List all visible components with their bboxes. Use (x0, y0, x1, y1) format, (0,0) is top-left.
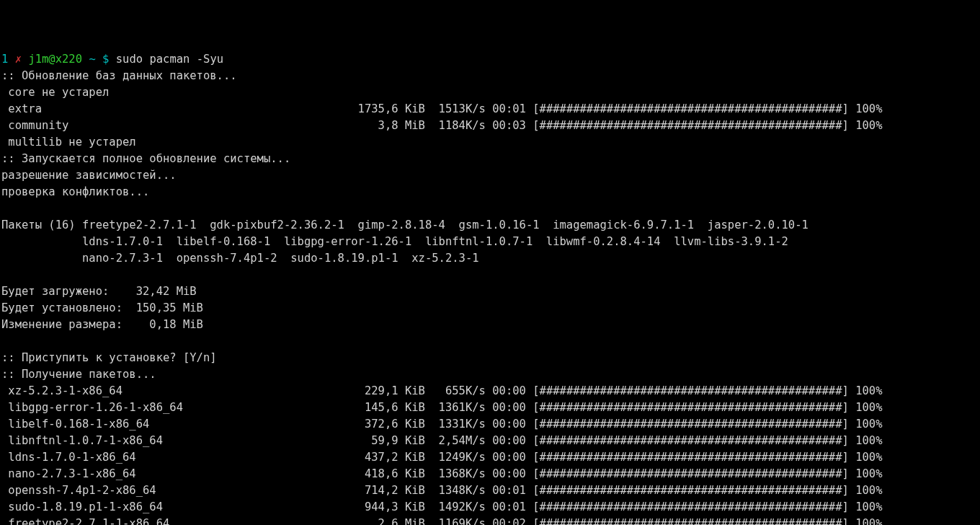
output-line: проверка конфликтов... (1, 185, 149, 198)
pkg-name: nano-2.7.3-1-x86_64 (1, 467, 358, 480)
blank-line (1, 202, 8, 215)
pkg-name: xz-5.2.3-1-x86_64 (1, 384, 358, 397)
size-line: Изменение размера: 0,18 MiB (1, 318, 203, 331)
repo-stats: 1735,6 KiB 1513K/s 00:01 [##############… (358, 102, 883, 115)
pkg-stats: 418,6 KiB 1368K/s 00:00 [###############… (358, 467, 883, 480)
repo-stats: 3,8 MiB 1184K/s 00:03 [#################… (358, 119, 883, 132)
pkg-stats: 59,9 KiB 2,54M/s 00:00 [################… (358, 434, 883, 447)
cwd: ~ (89, 53, 95, 66)
download-line: libelf-0.168-1-x86_64 372,6 KiB 1331K/s … (1, 418, 882, 431)
pkg-stats: 145,6 KiB 1361K/s 00:00 [###############… (358, 401, 883, 414)
terminal-window[interactable]: 1 ✗ j1m@x220 ~ $ sudo pacman -Syu :: Обн… (0, 33, 980, 525)
output-line: core не устарел (1, 86, 109, 99)
blank-line (1, 335, 8, 348)
download-line: libnftnl-1.0.7-1-x86_64 59,9 KiB 2,54M/s… (1, 434, 882, 447)
blank-line (1, 268, 8, 281)
pkg-stats: 714,2 KiB 1348K/s 00:01 [###############… (358, 484, 883, 497)
download-line: xz-5.2.3-1-x86_64 229,1 KiB 655K/s 00:00… (1, 384, 882, 397)
pkg-stats: 2,6 MiB 1169K/s 00:02 [#################… (358, 517, 883, 525)
pkg-name: freetype2-2.7.1-1-x86_64 (1, 517, 358, 525)
repo-name: community (1, 119, 358, 132)
pkg-name: openssh-7.4p1-2-x86_64 (1, 484, 358, 497)
size-line: Будет загружено: 32,42 MiB (1, 285, 197, 298)
repo-name: extra (1, 102, 358, 115)
output-line: multilib не устарел (1, 136, 136, 149)
tab-number: 1 (1, 53, 8, 66)
prompt-symbol: $ (102, 53, 109, 66)
pkg-stats: 229,1 KiB 655K/s 00:00 [################… (358, 384, 883, 397)
output-line: :: Запускается полное обновление системы… (1, 152, 290, 165)
packages-line: Пакеты (16) freetype2-2.7.1-1 gdk-pixbuf… (1, 219, 808, 231)
download-line: extra 1735,6 KiB 1513K/s 00:01 [########… (1, 102, 882, 115)
pkg-stats: 437,2 KiB 1249K/s 00:00 [###############… (358, 451, 883, 464)
size-line: Будет установлено: 150,35 MiB (1, 301, 203, 314)
output-line: :: Обновление баз данных пакетов... (1, 69, 237, 82)
close-x-icon: ✗ (15, 53, 22, 66)
pkg-name: libelf-0.168-1-x86_64 (1, 418, 358, 431)
command-input[interactable]: sudo pacman -Syu (116, 53, 223, 66)
pkg-name: libnftnl-1.0.7-1-x86_64 (1, 434, 358, 447)
download-line: community 3,8 MiB 1184K/s 00:03 [#######… (1, 119, 882, 132)
confirm-prompt[interactable]: :: Приступить к установке? [Y/n] (1, 351, 217, 364)
user-host: j1m@x220 (28, 53, 82, 66)
download-line: nano-2.7.3-1-x86_64 418,6 KiB 1368K/s 00… (1, 467, 882, 480)
output-line: :: Получение пакетов... (1, 368, 156, 381)
pkg-name: sudo-1.8.19.p1-1-x86_64 (1, 500, 358, 513)
output-line: разрешение зависимостей... (1, 169, 177, 182)
prompt-line: 1 ✗ j1m@x220 ~ $ sudo pacman -Syu (1, 51, 223, 68)
download-line: sudo-1.8.19.p1-1-x86_64 944,3 KiB 1492K/… (1, 500, 882, 513)
download-line: libgpg-error-1.26-1-x86_64 145,6 KiB 136… (1, 401, 882, 414)
pkg-stats: 944,3 KiB 1492K/s 00:01 [###############… (358, 500, 883, 513)
packages-line: nano-2.7.3-1 openssh-7.4p1-2 sudo-1.8.19… (1, 252, 479, 265)
download-line: freetype2-2.7.1-1-x86_64 2,6 MiB 1169K/s… (1, 517, 882, 525)
download-line: openssh-7.4p1-2-x86_64 714,2 KiB 1348K/s… (1, 484, 882, 497)
pkg-name: ldns-1.7.0-1-x86_64 (1, 451, 358, 464)
packages-line: ldns-1.7.0-1 libelf-0.168-1 libgpg-error… (1, 235, 788, 248)
pkg-name: libgpg-error-1.26-1-x86_64 (1, 401, 358, 414)
download-line: ldns-1.7.0-1-x86_64 437,2 KiB 1249K/s 00… (1, 451, 882, 464)
pkg-stats: 372,6 KiB 1331K/s 00:00 [###############… (358, 418, 883, 431)
